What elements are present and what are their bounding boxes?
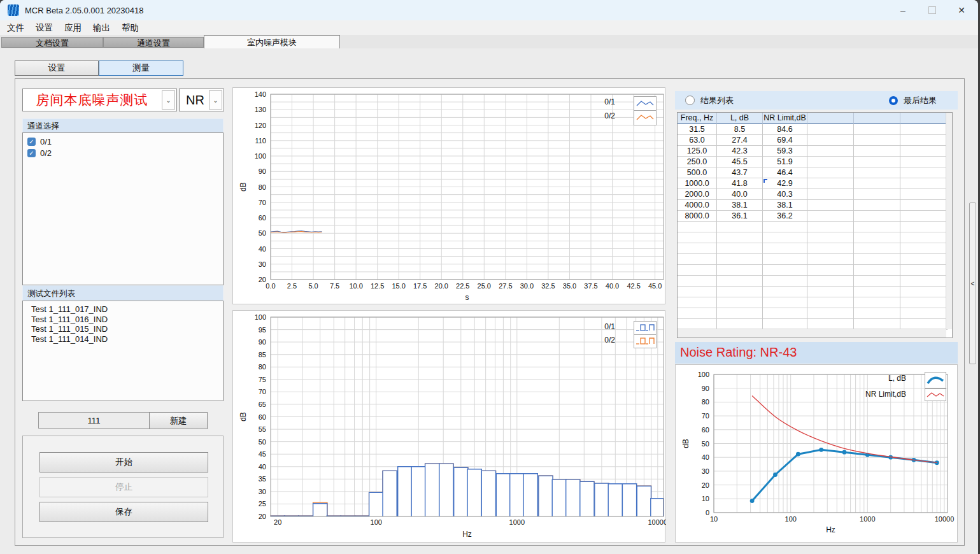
- channel-item[interactable]: ✓0/1: [23, 136, 223, 147]
- subtab-measure[interactable]: 测量: [99, 60, 183, 76]
- chevron-down-icon[interactable]: ⌄: [162, 90, 175, 110]
- table-row[interactable]: 125.042.359.3: [678, 146, 952, 157]
- svg-text:90: 90: [702, 385, 709, 392]
- menu-item-file[interactable]: 文件: [1, 21, 30, 35]
- table-cell: 31.5: [678, 124, 717, 135]
- table-row[interactable]: [678, 232, 952, 243]
- svg-text:10: 10: [710, 515, 718, 523]
- svg-text:50: 50: [259, 229, 266, 237]
- legend-label: NR Limit,dB: [835, 390, 906, 399]
- table-cell: [763, 222, 807, 232]
- table-cell: 45.5: [717, 157, 763, 167]
- subtab-settings[interactable]: 设置: [15, 60, 99, 76]
- horizontal-scrollbar-track[interactable]: [678, 329, 946, 337]
- column-header: [900, 113, 948, 124]
- menu-item-output[interactable]: 输出: [87, 21, 116, 35]
- table-row[interactable]: [678, 297, 952, 308]
- rating-type-dropdown[interactable]: NR ⌄: [179, 89, 224, 111]
- file-list-item[interactable]: Test 1_111_016_IND: [23, 315, 223, 325]
- svg-text:20: 20: [702, 481, 709, 489]
- save-button[interactable]: 保存: [39, 502, 208, 522]
- table-row[interactable]: 250.045.551.9: [678, 157, 952, 167]
- panel-collapse-handle[interactable]: <: [969, 202, 976, 364]
- table-row[interactable]: 1000.041.842.9: [678, 178, 952, 189]
- legend-thick-line-swatch: [925, 372, 946, 388]
- table-cell: [717, 297, 763, 308]
- table-row[interactable]: 2000.040.040.3: [678, 189, 952, 200]
- table-cell: [900, 124, 948, 135]
- test-type-dropdown[interactable]: 房间本底噪声测试 ⌄: [22, 89, 177, 111]
- file-list-item[interactable]: Test 1_111_017_IND: [23, 304, 223, 315]
- result-list-radio[interactable]: [685, 96, 695, 105]
- svg-text:dB: dB: [681, 439, 690, 448]
- maximize-button[interactable]: [918, 0, 947, 20]
- table-cell: 84.6: [763, 124, 807, 135]
- stop-button[interactable]: 停止: [39, 477, 208, 497]
- table-cell: [807, 189, 854, 200]
- table-row[interactable]: [678, 243, 952, 254]
- menu-item-help[interactable]: 帮助: [116, 21, 145, 35]
- menu-item-settings[interactable]: 设置: [30, 21, 59, 35]
- tab-document-settings[interactable]: 文档设置: [1, 37, 103, 48]
- svg-text:90: 90: [259, 167, 266, 175]
- table-row[interactable]: [678, 222, 952, 232]
- table-cell: [854, 167, 900, 178]
- table-cell: [900, 308, 948, 319]
- table-cell: 1000.0: [678, 178, 717, 189]
- checkbox-checked-icon[interactable]: ✓: [27, 138, 36, 146]
- table-row[interactable]: [678, 287, 952, 297]
- tab-channel-settings[interactable]: 通道设置: [103, 37, 204, 48]
- channel-label: 0/2: [40, 148, 52, 158]
- table-cell: 36.2: [763, 211, 807, 222]
- table-cell: [854, 254, 900, 265]
- table-cell: [807, 167, 854, 178]
- table-cell: [763, 232, 807, 243]
- start-button[interactable]: 开始: [39, 452, 208, 472]
- file-list-item[interactable]: Test 1_111_015_IND: [23, 324, 223, 334]
- menu-item-application[interactable]: 应用: [59, 21, 87, 35]
- svg-text:17.5: 17.5: [413, 282, 427, 290]
- table-cell: [678, 297, 717, 308]
- table-cell: [900, 146, 948, 157]
- legend-thin-line-swatch: [925, 388, 946, 401]
- svg-text:37.5: 37.5: [584, 282, 597, 290]
- results-table: Freq., HzL, dBNR Limit,dB31.58.584.663.0…: [677, 112, 953, 338]
- last-result-radio[interactable]: [889, 96, 898, 105]
- table-cell: 500.0: [678, 167, 717, 178]
- channel-item[interactable]: ✓0/2: [23, 147, 223, 159]
- table-cell: [678, 287, 717, 297]
- table-row[interactable]: [678, 308, 952, 319]
- svg-text:50: 50: [702, 440, 709, 448]
- table-cell: [678, 308, 717, 319]
- legend-label: 0/2: [551, 336, 615, 344]
- table-row[interactable]: [678, 276, 952, 287]
- table-row[interactable]: 31.58.584.6: [678, 124, 952, 135]
- legend-line-swatch: [634, 96, 657, 111]
- table-row[interactable]: 500.043.746.4: [678, 167, 952, 178]
- svg-text:10000: 10000: [648, 518, 666, 526]
- table-row[interactable]: [678, 254, 952, 265]
- title-bar: MCR Beta 2.05.0.001 20230418 – ✕: [0, 0, 978, 20]
- close-button[interactable]: ✕: [947, 0, 976, 20]
- tab-room-noise-module[interactable]: 室内噪声模块: [204, 35, 340, 48]
- table-cell: [807, 146, 854, 157]
- table-row[interactable]: 4000.038.138.1: [678, 200, 952, 211]
- svg-text:60: 60: [259, 214, 266, 222]
- file-prefix-input[interactable]: [38, 412, 150, 429]
- legend-label: L, dB: [835, 374, 906, 383]
- file-list-item[interactable]: Test 1_111_014_IND: [23, 334, 223, 344]
- table-row[interactable]: [678, 265, 952, 276]
- table-cell: [854, 200, 900, 211]
- vertical-scrollbar-track[interactable]: [946, 113, 952, 329]
- channel-label: 0/1: [40, 137, 52, 146]
- chevron-down-icon[interactable]: ⌄: [209, 90, 222, 110]
- minimize-button[interactable]: –: [888, 0, 918, 20]
- new-button[interactable]: 新建: [149, 412, 208, 429]
- checkbox-checked-icon[interactable]: ✓: [27, 149, 36, 157]
- table-cell: 69.4: [763, 135, 807, 146]
- table-row[interactable]: 8000.036.136.2: [678, 211, 952, 222]
- table-cell: 38.1: [763, 200, 807, 211]
- table-row[interactable]: 63.027.469.4: [678, 135, 952, 146]
- table-cell: [807, 297, 854, 308]
- table-cell: [678, 276, 717, 287]
